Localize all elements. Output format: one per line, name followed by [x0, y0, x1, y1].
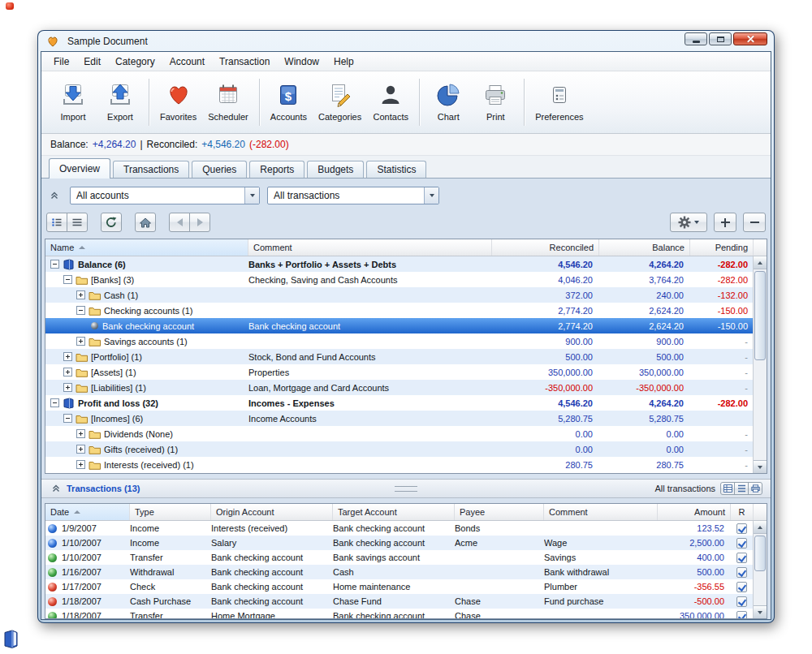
detailed-list-button[interactable] — [46, 213, 67, 232]
account-row[interactable]: [Incomes] (6) Income Accounts 5,280.75 5… — [45, 411, 753, 426]
transaction-row[interactable]: 1/10/2007 Income Salary Bank checking ac… — [45, 536, 753, 550]
menu-window[interactable]: Window — [277, 54, 326, 70]
export-button[interactable]: Export — [97, 79, 144, 126]
forward-button[interactable] — [189, 213, 210, 232]
minimize-button[interactable] — [685, 32, 707, 45]
column-header-pending[interactable]: Pending — [690, 239, 754, 256]
collapse-transactions-button[interactable] — [50, 481, 63, 496]
transaction-row[interactable]: 1/10/2007 Transfer Bank checking account… — [45, 550, 753, 565]
column-header-type[interactable]: Type — [130, 504, 211, 520]
actions-menu-button[interactable] — [670, 213, 707, 232]
reconciled-checkbox[interactable] — [736, 553, 747, 563]
transactions-scrollbar[interactable] — [753, 521, 767, 618]
tab-overview[interactable]: Overview — [49, 158, 110, 179]
tab-reports[interactable]: Reports — [249, 161, 304, 178]
collapse-icon[interactable] — [63, 414, 72, 423]
column-header-origin[interactable]: Origin Account — [211, 504, 333, 520]
transactions-view-list-button[interactable] — [734, 482, 749, 495]
expand-icon[interactable] — [63, 383, 72, 392]
remove-account-button[interactable] — [743, 213, 766, 232]
tab-transactions[interactable]: Transactions — [113, 161, 189, 178]
transaction-row[interactable]: 1/9/2007 Income Interests (received) Ban… — [45, 521, 753, 536]
simple-list-button[interactable] — [67, 213, 88, 232]
tab-statistics[interactable]: Statistics — [366, 161, 426, 178]
column-header-name[interactable]: Name — [45, 239, 248, 256]
expand-icon[interactable] — [76, 429, 85, 438]
reconciled-checkbox[interactable] — [736, 611, 747, 619]
menu-account[interactable]: Account — [162, 54, 212, 70]
close-button[interactable] — [733, 32, 767, 45]
account-row[interactable]: Interests (received) (1) 280.75 280.75 - — [45, 457, 753, 472]
account-row[interactable]: [Assets] (1) Properties 350,000.00 350,0… — [45, 364, 753, 380]
expand-icon[interactable] — [76, 460, 85, 469]
transactions-splitter-bar[interactable]: Transactions (13) All transactions — [41, 479, 771, 498]
column-header-reconciled-flag[interactable]: R — [731, 504, 754, 520]
transaction-row[interactable]: 1/18/2007 Cash Purchase Bank checking ac… — [45, 594, 753, 609]
account-row[interactable]: Cash (1) 372.00 240.00 -132.00 — [45, 287, 753, 303]
transaction-row[interactable]: 1/16/2007 Withdrawal Bank checking accou… — [45, 565, 753, 579]
preferences-button[interactable]: Preferences — [529, 79, 589, 126]
categories-button[interactable]: Categories — [313, 79, 367, 126]
splitter-grip[interactable] — [395, 486, 417, 492]
contacts-button[interactable]: Contacts — [367, 79, 414, 126]
account-row[interactable]: [Liabilities] (1) Loan, Mortgage and Car… — [45, 380, 753, 395]
transaction-row[interactable]: 1/17/2007 Check Bank checking account Ho… — [45, 579, 753, 594]
account-row[interactable]: Balance (6) Banks + Portfolio + Assets +… — [45, 256, 753, 272]
accounts-filter-dropdown[interactable]: All accounts — [70, 187, 260, 204]
column-header-payee[interactable]: Payee — [455, 504, 544, 520]
column-header-comment[interactable]: Comment — [248, 239, 492, 256]
column-header-amount[interactable]: Amount — [658, 504, 731, 520]
transactions-view-table-button[interactable] — [720, 482, 735, 495]
column-header-comment[interactable]: Comment — [544, 504, 658, 520]
column-header-balance[interactable]: Balance — [599, 239, 690, 256]
reconciled-checkbox[interactable] — [736, 523, 747, 534]
menu-transaction[interactable]: Transaction — [212, 54, 277, 70]
collapse-icon[interactable] — [76, 306, 85, 315]
account-row[interactable]: [Banks] (3) Checking, Saving and Cash Ac… — [45, 272, 753, 287]
account-row[interactable]: Gifts (received) (1) 0.00 0.00 - — [45, 441, 753, 457]
chart-button[interactable]: Chart — [425, 79, 472, 126]
scrollbar-thumb[interactable] — [754, 271, 766, 360]
expand-icon[interactable] — [76, 337, 85, 346]
expand-icon[interactable] — [76, 290, 85, 299]
scheduler-button[interactable]: Scheduler — [202, 79, 254, 126]
transaction-row[interactable]: 1/18/2007 Transfer Home Mortgage Bank ch… — [45, 609, 753, 618]
account-row[interactable]: Savings accounts (1) 900.00 900.00 - — [45, 333, 753, 349]
titlebar[interactable]: Sample Document — [41, 31, 771, 51]
transactions-print-button[interactable] — [748, 482, 762, 495]
tab-queries[interactable]: Queries — [192, 161, 247, 178]
reconciled-checkbox[interactable] — [736, 582, 747, 592]
account-row[interactable]: [Portfolio] (1) Stock, Bond and Fund Acc… — [45, 349, 753, 364]
expand-icon[interactable] — [76, 445, 85, 454]
dropdown-arrow-button[interactable] — [244, 187, 259, 204]
column-header-target[interactable]: Target Account — [333, 504, 455, 520]
maximize-button[interactable] — [709, 32, 732, 45]
collapse-filters-button[interactable] — [46, 188, 63, 203]
accounts-scrollbar[interactable] — [753, 256, 767, 473]
reconciled-checkbox[interactable] — [736, 567, 747, 578]
dropdown-arrow-button[interactable] — [424, 187, 438, 204]
scrollbar-thumb[interactable] — [754, 536, 766, 571]
account-row[interactable]: Dividends (None) 0.00 0.00 - — [45, 426, 753, 441]
scroll-down-button[interactable] — [754, 605, 767, 618]
transactions-filter-dropdown[interactable]: All transactions — [267, 187, 439, 204]
column-header-reconciled[interactable]: Reconciled — [492, 239, 599, 256]
expand-icon[interactable] — [63, 368, 72, 376]
account-row[interactable]: Checking accounts (1) 2,774.20 2,624.20 … — [45, 303, 753, 318]
reconciled-checkbox[interactable] — [736, 596, 747, 607]
collapse-icon[interactable] — [63, 275, 72, 284]
reconciled-checkbox[interactable] — [736, 538, 747, 549]
menu-file[interactable]: File — [46, 54, 76, 70]
account-row[interactable]: Profit and loss (32) Incomes - Expenses … — [45, 395, 753, 411]
collapse-icon[interactable] — [50, 260, 59, 269]
column-header-date[interactable]: Date — [45, 504, 130, 520]
accounts-button[interactable]: $ Accounts — [265, 79, 313, 126]
print-button[interactable]: Print — [472, 79, 519, 126]
scroll-up-button[interactable] — [754, 256, 767, 269]
menu-help[interactable]: Help — [326, 54, 361, 70]
home-button[interactable] — [135, 213, 156, 232]
favorites-button[interactable]: Favorites — [154, 79, 202, 126]
menu-category[interactable]: Category — [108, 54, 162, 70]
scroll-up-button[interactable] — [754, 521, 767, 534]
import-button[interactable]: Import — [50, 79, 97, 126]
